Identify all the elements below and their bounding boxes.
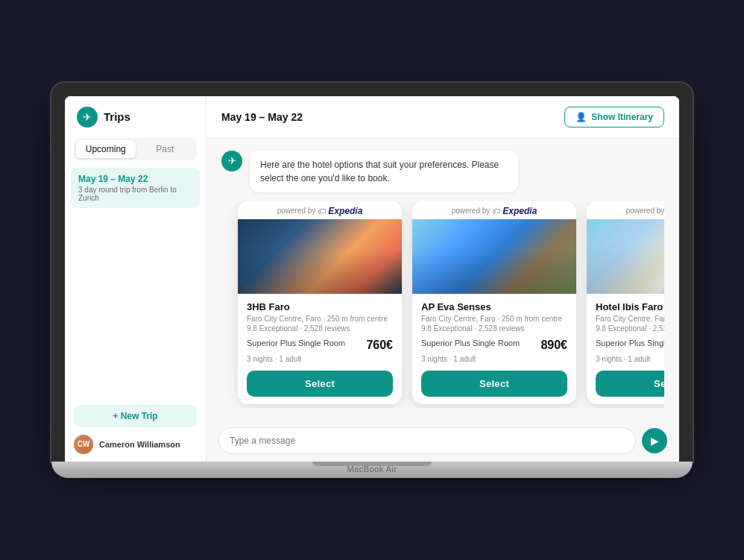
header-date: May 19 – May 22 [221,111,303,123]
app-container: ✈ Trips Upcoming Past May 19 – May 22 3 … [65,96,679,462]
cards-container: powered by 🏷 Expedia 3HB Faro Faro City … [233,201,652,408]
expedia-logo-2: Expedia [502,206,537,216]
hotel-price-2: 890€ [540,339,567,352]
hotel-room-type-3: Superior Plus Single Room [596,339,664,347]
card-body-1: 3HB Faro Faro City Centre, Faro · 250 m … [238,294,402,404]
bot-avatar: ✈ [221,151,242,172]
send-button[interactable]: ▶ [642,428,667,453]
card-body-2: AP Eva Senses Faro City Centre, Faro · 2… [412,294,576,404]
send-icon: ▶ [651,435,659,447]
powered-by-label-2: powered by [452,207,491,215]
select-button-1[interactable]: Select [247,371,393,397]
powered-by-2: powered by 🏷 Expedia [412,201,576,219]
laptop-bezel: ✈ Trips Upcoming Past May 19 – May 22 3 … [51,83,693,462]
message-bubble: Here are the hotel options that suit you… [250,151,518,192]
hotel-image-1 [238,219,402,294]
message-text: Here are the hotel options that suit you… [260,160,499,183]
main-header: May 19 – May 22 👤 Show Itinerary [207,96,679,139]
hotel-name-3: Hotel Ibis Faro Algarve [596,301,664,312]
chat-area: ✈ Here are the hotel options that suit y… [207,139,679,420]
itinerary-icon: 👤 [576,112,587,122]
trip-item[interactable]: May 19 – May 22 3 day round trip from Be… [71,168,200,208]
sidebar-logo: ✈ Trips [65,96,206,138]
new-trip-label: + New Trip [113,411,157,421]
powered-by-1: powered by 🏷 Expedia [238,201,402,219]
avatar: CW [74,435,93,454]
expedia-logo-1: Expedia [328,206,362,216]
user-row: CW Cameron Williamson [74,435,197,454]
hotel-rating-3: 9.8 Exceptional · 2,528 reviews [596,324,664,333]
powered-by-label-1: powered by [277,207,316,215]
hotel-image-2 [412,219,576,294]
trip-desc: 3 day round trip from Berlin to Zurich [78,186,192,202]
new-trip-button[interactable]: + New Trip [74,405,197,427]
trip-date: May 19 – May 22 [78,174,192,184]
select-button-3[interactable]: Select [596,371,664,397]
sidebar-tabs: Upcoming Past [74,138,197,160]
hotel-location-2: Faro City Centre, Faro · 250 m from cent… [421,315,567,323]
hotel-room-row-2: Superior Plus Single Room 890€ [421,339,567,352]
hotel-location-1: Faro City Centre, Faro · 250 m from cent… [247,315,393,323]
card-body-3: Hotel Ibis Faro Algarve Faro City Centre… [587,294,664,404]
laptop-screen: ✈ Trips Upcoming Past May 19 – May 22 3 … [65,96,679,462]
hotel-card-3: powered by 🏷 Expedia Hotel Ibis Faro Alg… [587,201,664,404]
hotel-room-row-3: Superior Plus Single Room 920€ [596,339,664,352]
hotel-rating-2: 9.8 Exceptional · 2,528 reviews [421,324,567,333]
hotel-name-1: 3HB Faro [247,301,393,312]
hotel-nights-3: 3 nights · 1 adult [596,355,664,363]
hotel-room-type-1: Superior Plus Single Room [247,339,345,347]
chat-input-row: ▶ [207,420,679,462]
hotel-nights-1: 3 nights · 1 adult [247,355,393,363]
hotel-nights-2: 3 nights · 1 adult [421,355,567,363]
hotel-price-1: 760€ [366,339,393,352]
sidebar-footer: + New Trip CW Cameron Williamson [65,397,206,462]
show-itinerary-label: Show Itinerary [591,112,653,122]
cards-scroll-area: powered by 🏷 Expedia 3HB Faro Faro City … [221,201,664,408]
show-itinerary-button[interactable]: 👤 Show Itinerary [564,107,664,128]
laptop-wrapper: ✈ Trips Upcoming Past May 19 – May 22 3 … [51,83,693,478]
hotel-rating-1: 9.8 Exceptional · 2,528 reviews [247,324,393,333]
powered-by-3: powered by 🏷 Expedia [587,201,664,219]
hotel-card-1: powered by 🏷 Expedia 3HB Faro Faro City … [238,201,402,404]
powered-by-label-3: powered by [626,207,664,215]
tab-upcoming[interactable]: Upcoming [76,140,136,158]
select-button-2[interactable]: Select [421,371,567,397]
tab-past[interactable]: Past [136,140,195,158]
hotel-card-2: powered by 🏷 Expedia AP Eva Senses Faro … [412,201,576,404]
laptop-notch [312,462,432,466]
expedia-tag-icon-1: 🏷 [318,207,326,215]
user-name: Cameron Williamson [99,440,180,449]
hotel-image-3 [587,219,664,294]
sidebar-title: Trips [104,110,130,123]
hotel-room-type-2: Superior Plus Single Room [421,339,520,347]
hotel-room-row-1: Superior Plus Single Room 760€ [247,339,393,352]
hotel-location-3: Faro City Centre, Faro · 250 m from cent… [596,315,664,323]
main-content: May 19 – May 22 👤 Show Itinerary ✈ Here … [207,96,679,462]
message-row: ✈ Here are the hotel options that suit y… [221,151,664,192]
expedia-tag-icon-2: 🏷 [492,207,500,215]
sidebar: ✈ Trips Upcoming Past May 19 – May 22 3 … [65,96,207,462]
logo-icon: ✈ [77,107,98,128]
laptop-base [51,462,693,478]
chat-input[interactable] [218,427,636,454]
hotel-name-2: AP Eva Senses [421,301,567,312]
